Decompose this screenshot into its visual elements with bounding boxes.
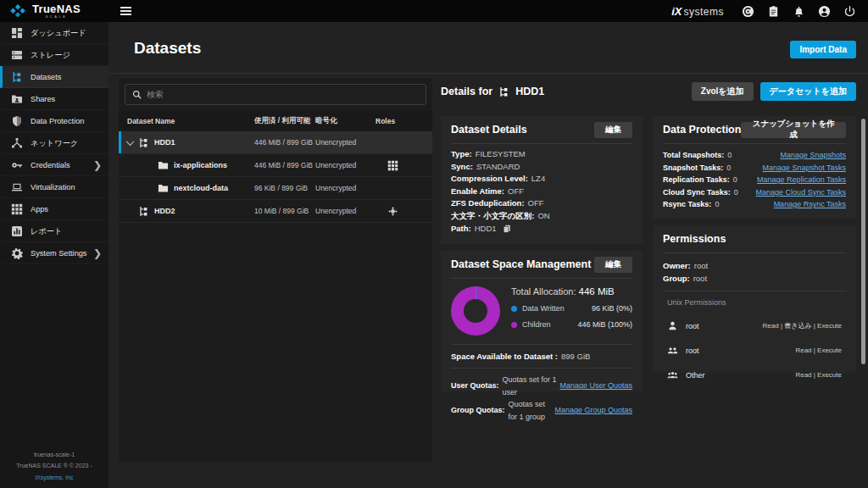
page-scrollbar[interactable] [861,119,865,364]
edit-space-button[interactable]: 編集 [594,257,632,273]
owner-value: root [694,260,708,273]
sidebar-item-icon [11,27,23,39]
datasets-tree-panel: Dataset Name 使用済 / 利用可能 暗号化 Roles HDD1 4… [119,78,432,462]
detail-field: Compression Level: LZ4 [451,173,632,186]
import-data-button[interactable]: Import Data [790,41,856,58]
column-encryption[interactable]: 暗号化 [315,116,376,126]
field-value: HDD1 [475,223,497,236]
dataset-usage: 446 MiB / 899 GiB [254,161,315,169]
dataset-name: ix-applications [174,161,227,169]
permission-entry: root Read | Execute [663,345,846,356]
dataset-details-card: Dataset Details 編集 Type: FILESYSTEM Sync… [441,116,643,244]
field-label: 大文字・小文字の区別: [451,210,534,223]
field-value: ON [537,210,549,223]
create-snapshot-button[interactable]: スナップショットを作成 [741,122,846,138]
copy-icon[interactable] [503,225,511,233]
sidebar-item-shares[interactable]: Shares ❯ [0,88,108,110]
sidebar-item-レポート[interactable]: レポート ❯ [0,220,108,242]
user-account-icon[interactable] [818,5,831,18]
sidebar-item-datasets[interactable]: Datasets ❯ [0,66,108,88]
share-role-icon [387,206,398,217]
sidebar-item-ダッシュボード[interactable]: ダッシュボード ❯ [0,22,108,44]
manage-link[interactable]: Manage Cloud Sync Tasks [756,186,846,199]
brand-name: TrueNAS [32,3,81,14]
field-value: OFF [508,186,524,198]
ix-mark: iX [671,5,682,18]
manage-link[interactable]: Manage Rsync Tasks [774,198,846,211]
sidebar-item-credentials[interactable]: Credentials ❯ [0,154,108,176]
protection-row: Rsync Tasks: 0 Manage Rsync Tasks [663,198,846,211]
user-quotas-label: User Quotas: [451,380,499,392]
add-zvol-button[interactable]: Zvolを追加 [692,82,754,101]
sidebar-item-icon [11,181,23,193]
details-title-prefix: Details for [441,86,492,97]
permissions-title: Permissions [663,233,726,245]
sidebar-item-data-protection[interactable]: Data Protection ❯ [0,110,108,132]
manage-link[interactable]: Manage Replication Tasks [757,174,846,186]
sidebar-item-icon [11,93,23,105]
column-dataset-name[interactable]: Dataset Name [119,117,254,125]
permissions-divider [663,291,846,291]
dataset-name: HDD1 [154,138,175,147]
sidebar-item-ネットワーク[interactable]: ネットワーク ❯ [0,132,108,154]
space-available-label: Space Available to Dataset : [451,352,558,361]
sidebar-item-label: Apps [31,204,48,213]
permissions-card: Permissions Owner: root Group: root Unix… [653,225,856,373]
jobs-icon[interactable] [767,5,780,18]
company-link[interactable]: iXsystems, Inc [0,472,108,483]
sidebar-item-system-settings[interactable]: System Settings ❯ [0,242,108,264]
sidebar-item-icon [11,115,23,127]
permission-entry-icon [667,320,678,331]
permission-entry: root Read | 書き込み | Execute [663,320,846,331]
sidebar-item-icon [11,159,23,171]
data-protection-card: Data Protection スナップショットを作成 Total Snapsh… [653,116,856,219]
protection-label: Rsync Tasks: [663,198,711,211]
hamburger-menu-icon[interactable] [120,7,131,15]
sidebar-item-virtualization[interactable]: Virtualization ❯ [0,176,108,198]
alerts-bell-icon[interactable] [793,5,805,18]
dataset-encryption: Unencrypted [315,184,376,192]
group-row: Group: root [663,273,846,286]
truenas-logo-icon [8,4,27,18]
sidebar-item-apps[interactable]: Apps ❯ [0,198,108,220]
dataset-name: nextcloud-data [174,184,228,192]
sidebar-item-ストレージ[interactable]: ストレージ ❯ [0,44,108,66]
dataset-usage: 10 MiB / 899 GiB [254,207,315,215]
field-value: FILESYSTEM [476,148,526,161]
sidebar-item-label: Virtualization [31,182,75,191]
add-dataset-button[interactable]: データセットを追加 [760,82,856,101]
group-label: Group: [663,273,690,286]
sidebar-footer: truenas-scale-1 TrueNAS SCALE ® © 2023 -… [0,449,108,483]
field-label: Path: [451,223,471,236]
manage-group-quotas-link[interactable]: Manage Group Quotas [554,404,632,417]
manage-link[interactable]: Manage Snapshots [780,149,846,162]
dataset-row[interactable]: HDD2 10 MiB / 899 GiB Unencrypted [119,200,432,223]
sidebar-item-icon [11,71,23,83]
permission-who: Other [686,371,705,380]
sidebar-item-label: ダッシュボード [31,27,86,38]
protection-row: Cloud Sync Tasks: 0 Manage Cloud Sync Ta… [663,186,846,199]
unix-permissions-label: Unix Permissions [663,298,846,307]
dataset-row[interactable]: nextcloud-data 96 KiB / 899 GiB Unencryp… [119,177,432,200]
dataset-row[interactable]: ix-applications 446 MiB / 899 GiB Unencr… [119,154,432,177]
group-quotas-value: Quotas set for 1 group [509,398,555,423]
sidebar-item-label: ストレージ [31,49,70,60]
apps-role-icon [387,160,398,171]
power-icon[interactable] [843,5,856,18]
search-icon [132,90,142,99]
legend-dot [511,306,517,312]
dataset-row[interactable]: HDD1 446 MiB / 899 GiB Unencrypted [119,131,432,154]
column-usage[interactable]: 使用済 / 利用可能 [254,116,315,126]
manage-user-quotas-link[interactable]: Manage User Quotas [559,380,632,392]
sidebar: ダッシュボード ❯ ストレージ ❯ Datasets ❯ Shares ❯ Da… [0,22,108,488]
manage-link[interactable]: Manage Snapshot Tasks [763,162,846,175]
legend-label: Children [522,320,551,329]
sidebar-item-icon [11,203,23,215]
dataset-type-icon [138,137,149,148]
protection-value: 0 [715,198,719,211]
chevron-down-icon[interactable] [126,137,135,146]
edit-dataset-details-button[interactable]: 編集 [594,122,632,138]
truecommand-icon[interactable] [742,5,754,18]
search-input[interactable] [147,90,419,99]
column-roles[interactable]: Roles [376,117,432,125]
